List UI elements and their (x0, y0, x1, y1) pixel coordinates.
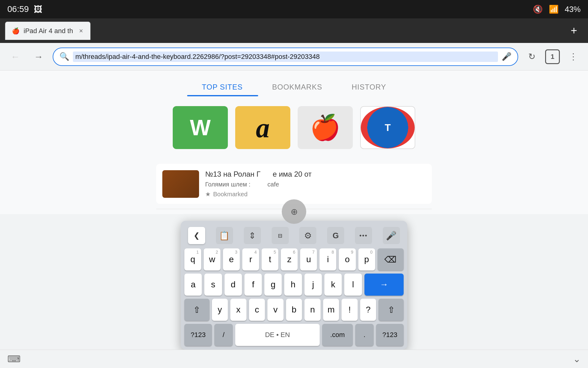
key-l[interactable]: l (344, 274, 362, 296)
apple-logo-icon: 🍎 (310, 113, 341, 142)
cursor-move-button[interactable]: ⇕ (244, 227, 261, 244)
keyboard-row-3: ⇧ y x c v b n m ! ? ⇧ (184, 299, 404, 321)
clipboard-button[interactable]: 📋 (216, 227, 233, 244)
status-time: 06:59 (7, 4, 29, 14)
wifi-icon: 📶 (549, 5, 559, 14)
refresh-button[interactable]: ↻ (523, 48, 540, 65)
translate-button[interactable]: G (327, 227, 344, 244)
tab-title: iPad Air 4 and th (24, 27, 74, 35)
keyboard-hide-icon[interactable]: ⌨ (7, 354, 21, 364)
key-dotcom[interactable]: .com (322, 324, 353, 346)
bookmarked-label: Bookmarked (213, 191, 247, 198)
status-bar-left: 06:59 🖼 (7, 4, 42, 14)
key-x[interactable]: x (230, 299, 247, 321)
mic-icon[interactable]: 🎤 (502, 52, 511, 61)
key-backspace[interactable]: ⌫ (378, 248, 404, 270)
bookmark-subtitle: Голямия шлем : cafe (205, 181, 426, 188)
bookmark-title: №13 на Ролан Г е има 20 от (205, 170, 426, 178)
bookmarked-section: №13 на Ролан Г е има 20 от Голямия шлем … (156, 164, 432, 204)
tab-favicon-icon: 🍎 (11, 27, 20, 35)
key-t[interactable]: t5 (262, 248, 278, 270)
tab-active-indicator (187, 95, 258, 96)
site-card-tennis[interactable]: T (360, 106, 415, 149)
select-button[interactable]: ⊟ (272, 227, 289, 244)
key-exclamation[interactable]: ! (341, 299, 358, 321)
key-m[interactable]: m (323, 299, 339, 321)
new-tab-button[interactable]: + (565, 21, 583, 40)
key-k[interactable]: k (324, 274, 342, 296)
key-g[interactable]: g (264, 274, 282, 296)
forward-button[interactable]: → (29, 48, 48, 66)
key-question[interactable]: ? (360, 299, 376, 321)
key-y[interactable]: y (212, 299, 228, 321)
key-u[interactable]: u7 (300, 248, 317, 270)
tab-bar: 🍎 iPad Air 4 and th × + (0, 18, 588, 43)
key-p[interactable]: p0 (358, 248, 375, 270)
keyboard-row-1: q1 w2 e3 r4 t5 z6 u7 i8 o9 p0 ⌫ (184, 248, 404, 270)
key-v[interactable]: v (267, 299, 284, 321)
active-tab[interactable]: 🍎 iPad Air 4 and th × (5, 21, 91, 40)
url-bar[interactable]: 🔍 m/threads/ipad-air-4-and-the-keyboard.… (53, 48, 518, 66)
key-j[interactable]: j (304, 274, 322, 296)
key-dot[interactable]: . (355, 324, 374, 346)
key-o[interactable]: o9 (339, 248, 356, 270)
drag-icon: ⊕ (291, 207, 298, 217)
amazon-logo: a (256, 112, 270, 144)
key-c[interactable]: c (249, 299, 265, 321)
tab-top-sites[interactable]: TOP SITES (187, 78, 258, 96)
keyboard-row-2: a s d f g h j k l → (184, 274, 404, 296)
key-e[interactable]: e3 (223, 248, 240, 270)
key-n[interactable]: n (304, 299, 321, 321)
key-f[interactable]: f (244, 274, 262, 296)
search-icon: 🔍 (59, 52, 69, 61)
bookmarked-tag: ★ Bookmarked (205, 190, 426, 198)
bottom-bar: ⌨ ⌄ (0, 350, 588, 368)
back-button[interactable]: ← (6, 48, 24, 66)
bookmark-info: №13 на Ролан Г е има 20 от Голямия шлем … (205, 170, 426, 198)
keyboard-back-button[interactable]: ❮ (188, 227, 205, 244)
address-bar: ← → 🔍 m/threads/ipad-air-4-and-the-keybo… (0, 43, 588, 71)
key-b[interactable]: b (286, 299, 302, 321)
key-slash[interactable]: / (214, 324, 233, 346)
chevron-down-icon[interactable]: ⌄ (573, 354, 581, 364)
key-s[interactable]: s (204, 274, 222, 296)
menu-button[interactable]: ⋮ (565, 48, 582, 65)
keyboard-mic-button[interactable]: 🎤 (383, 227, 400, 244)
tab-count-badge[interactable]: 1 (545, 49, 560, 64)
top-sites-grid: W a 🍎 T (173, 106, 415, 149)
key-shift-right[interactable]: ⇧ (379, 299, 404, 321)
key-a[interactable]: a (184, 274, 202, 296)
key-q[interactable]: q1 (184, 248, 201, 270)
key-shift-left[interactable]: ⇧ (184, 299, 209, 321)
photo-indicator-icon: 🖼 (34, 4, 42, 14)
battery-level: 43% (565, 5, 581, 14)
status-bar: 06:59 🖼 🔇 📶 43% (0, 0, 588, 18)
key-h[interactable]: h (284, 274, 302, 296)
key-spacebar[interactable]: DE • EN (235, 324, 320, 346)
keyboard-rows: q1 w2 e3 r4 t5 z6 u7 i8 o9 p0 ⌫ a s d f … (184, 248, 404, 346)
key-z[interactable]: z6 (281, 248, 298, 270)
url-text[interactable]: m/threads/ipad-air-4-and-the-keyboard.22… (73, 52, 498, 62)
site-card-wikipedia[interactable]: W (173, 106, 228, 149)
wikipedia-letter: W (190, 115, 211, 140)
site-card-apple[interactable]: 🍎 (298, 106, 353, 149)
keyboard-bottom-row: ?123 / DE • EN .com . ?123 (184, 324, 404, 346)
key-enter[interactable]: → (364, 274, 404, 296)
site-card-amazon[interactable]: a (235, 106, 290, 149)
tennis-logo-icon: T (361, 107, 415, 148)
star-icon: ★ (205, 190, 211, 198)
key-d[interactable]: d (224, 274, 242, 296)
key-special-left[interactable]: ?123 (184, 324, 212, 346)
more-button[interactable]: ••• (355, 227, 372, 244)
drag-handle[interactable]: ⊕ (282, 199, 306, 224)
tab-bookmarks[interactable]: BOOKMARKS (257, 78, 337, 96)
key-r[interactable]: r4 (242, 248, 259, 270)
key-i[interactable]: i8 (319, 248, 336, 270)
tab-history[interactable]: HISTORY (337, 78, 401, 96)
key-w[interactable]: w2 (204, 248, 221, 270)
keyboard-overlay: ❮ 📋 ⇕ ⊟ ⚙ G ••• 🎤 q1 w2 e3 r4 t5 z6 u7 i… (181, 221, 407, 350)
tab-close-button[interactable]: × (78, 26, 84, 36)
nav-tabs: TOP SITES BOOKMARKS HISTORY (187, 78, 401, 96)
keyboard-settings-button[interactable]: ⚙ (299, 227, 316, 244)
key-special-right[interactable]: ?123 (376, 324, 404, 346)
